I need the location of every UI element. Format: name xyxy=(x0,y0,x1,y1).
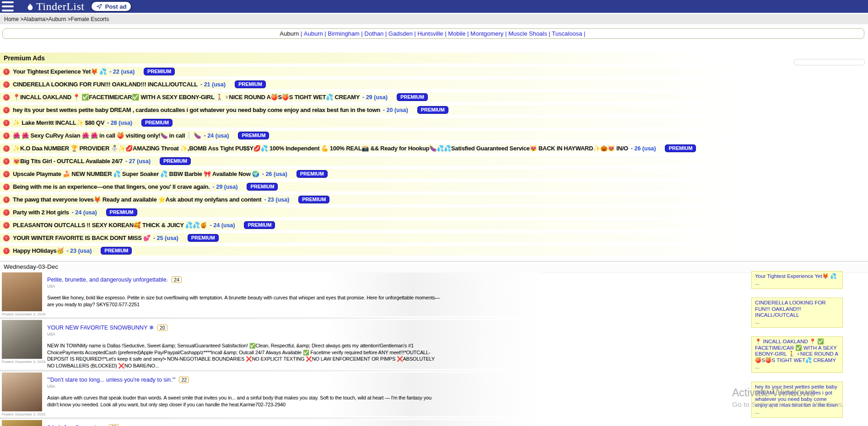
listing-row: Posted: December 3, 2025 YOUR NEW FAVORI… xyxy=(0,320,542,369)
listing-posted-date: Posted: December 3, 2025 xyxy=(2,312,43,316)
premium-ad-title[interactable]: Happy HOlidays🥳 xyxy=(13,247,64,254)
breadcrumb-state[interactable]: Alabama xyxy=(23,16,45,22)
premium-ad-row: ↑ Happy HOlidays🥳 - 23 (usa) PREMIUM xyxy=(0,246,744,256)
up-arrow-icon: ↑ xyxy=(3,94,10,101)
city-separator: | xyxy=(413,30,418,37)
premium-ad-title[interactable]: ✨ Lake Merritt INCALL✨ $80 QV xyxy=(13,119,104,126)
sidebar-ad-box: 📍 INCALL OAKLAND 📍 ✅ FACETIME/CAR ✅ WITH… xyxy=(751,336,843,373)
premium-ad-title[interactable]: ✨K.O Daa NUMBER 🏆 PROVIDER ⛄✨💋AMAZING Th… xyxy=(13,145,628,152)
listing-left-column xyxy=(2,420,43,426)
premium-ads-heading: Premium Ads xyxy=(0,53,744,64)
listing-thumbnail[interactable] xyxy=(2,272,42,311)
premium-ad-title[interactable]: YOUR WINTER FAVORITE IS BACK DONT MISS 💕 xyxy=(13,234,151,241)
premium-ad-age: - 23 (usa) xyxy=(66,248,92,254)
city-nav-item: Dothan | xyxy=(364,30,388,37)
city-link[interactable]: Montgomery xyxy=(470,30,503,37)
paper-plane-icon xyxy=(96,3,102,10)
brand-name: TinderList xyxy=(36,1,84,11)
up-arrow-icon: ↑ xyxy=(3,248,10,254)
premium-ad-age: - 24 (usa) xyxy=(204,133,229,139)
sidebar-ad-link[interactable]: 📍 INCALL OAKLAND 📍 ✅ FACETIME/CAR ✅ WITH… xyxy=(755,339,839,363)
city-separator: | xyxy=(360,30,365,37)
city-link[interactable]: Muscle Shoals xyxy=(508,30,547,37)
listing-description: Asian allure with curves that speak loud… xyxy=(47,394,441,408)
premium-badge: PREMIUM xyxy=(298,196,329,203)
up-arrow-icon: ↑ xyxy=(3,107,10,113)
premium-ad-title[interactable]: Being with me is an experience—one that … xyxy=(13,183,210,190)
city-link[interactable]: Huntsville xyxy=(417,30,443,37)
premium-ad-age: - 21 (usa) xyxy=(200,81,226,88)
premium-ad-row: ↑ ✨ Lake Merritt INCALL✨ $80 QV - 28 (us… xyxy=(0,118,744,128)
city-nav-item: Gadsden | xyxy=(388,30,417,37)
sidebar-ad-ellipsis: ... xyxy=(755,409,839,415)
city-link[interactable]: Birmingham xyxy=(328,30,359,37)
breadcrumb-home[interactable]: Home xyxy=(4,16,19,22)
listings-feed: Posted: December 3, 2025 Petite, brunett… xyxy=(0,272,542,426)
sidebar-ad-box: hey its your best wettes petite baby DRE… xyxy=(751,382,843,418)
premium-ad-title[interactable]: hey its your best wettes petite baby DRE… xyxy=(13,106,380,113)
up-arrow-icon: ↑ xyxy=(3,81,10,88)
up-arrow-icon: ↑ xyxy=(3,235,10,241)
menu-icon[interactable] xyxy=(2,1,15,11)
listing-title-link[interactable]: "'Don't stare too long... unless you're … xyxy=(47,377,175,383)
premium-ad-title[interactable]: PLEASANTON OUTCALLS !! SEXY KOREAN🥰 THIC… xyxy=(13,222,207,229)
city-link[interactable]: Gadsden xyxy=(388,30,413,37)
breadcrumb-separator: > xyxy=(66,16,70,22)
menu-bar xyxy=(2,10,14,11)
sidebar-ad-link[interactable]: Your Tightest Experience Yet🦊 💦 xyxy=(755,273,839,280)
premium-ad-row: ↑ Upscale Playmate 🍰 NEW NUMBER 💦 Super … xyxy=(0,169,744,179)
city-separator: | xyxy=(582,30,587,37)
sidebar-ad-link[interactable]: hey its your best wettes petite baby DRE… xyxy=(755,384,839,409)
premium-ad-title[interactable]: CINDERELLA LOOKING FOR FUN!!! OAKLAND!!!… xyxy=(13,81,198,88)
listing-title-link[interactable]: A lady for all occasions xyxy=(47,424,105,426)
breadcrumb-category[interactable]: Female Escorts xyxy=(71,16,109,22)
city-nav-item: Auburn | xyxy=(304,30,328,37)
listing-age-badge: 24 xyxy=(172,277,182,283)
premium-ad-title[interactable]: 📍INCALL OAKLAND 📍 ✅FACETIME/CAR✅ WITH A … xyxy=(13,94,360,101)
listing-body: Petite, brunette, and dangerously unforg… xyxy=(47,272,441,316)
brand-logo[interactable]: TinderList xyxy=(26,1,84,11)
menu-bar xyxy=(2,1,14,3)
city-link[interactable]: Auburn xyxy=(280,30,299,37)
listing-country: USA xyxy=(47,332,441,336)
premium-ad-age: - 23 (usa) xyxy=(264,197,289,203)
listing-separator xyxy=(0,370,542,372)
breadcrumb-city[interactable]: Auburn xyxy=(49,16,66,22)
premium-ad-title[interactable]: Upscale Playmate 🍰 NEW NUMBER 💦 Super So… xyxy=(13,170,259,177)
premium-ad-title[interactable]: The pawg that everyone loves🦊 Ready and … xyxy=(13,196,261,203)
listing-body: A lady for all occasions 38 USA xyxy=(47,420,119,426)
premium-sidebar: Your Tightest Experience Yet🦊 💦 ... CIND… xyxy=(751,271,843,426)
city-link[interactable]: Dothan xyxy=(364,30,383,37)
listing-posted-date: Posted: December 3, 2025 xyxy=(2,360,43,364)
premium-badge: PREMIUM xyxy=(101,247,132,255)
breadcrumb-separator: > xyxy=(19,16,23,22)
premium-ad-age: - 25 (usa) xyxy=(153,235,178,241)
listing-title-link[interactable]: Petite, brunette, and dangerously unforg… xyxy=(47,277,168,283)
city-link[interactable]: Tuscaloosa xyxy=(552,30,582,37)
city-separator: | xyxy=(547,30,552,37)
premium-badge: PREMIUM xyxy=(244,221,275,229)
listing-thumbnail[interactable] xyxy=(2,420,42,426)
sidebar-ad-box: CINDERELLA LOOKING FOR FUN!!! OAKLAND!!!… xyxy=(751,298,843,328)
city-link[interactable]: Auburn xyxy=(304,30,323,37)
city-separator: | xyxy=(465,30,470,37)
post-ad-button[interactable]: Post ad xyxy=(91,1,132,12)
sidebar-ad-link[interactable]: CINDERELLA LOOKING FOR FUN!!! OAKLAND!!!… xyxy=(755,300,839,319)
empty-ad-placeholder xyxy=(794,59,865,65)
city-link[interactable]: Mobile xyxy=(448,30,465,37)
city-separator: | xyxy=(383,30,388,37)
city-nav-item: Muscle Shoals | xyxy=(508,30,552,37)
listing-thumbnail[interactable] xyxy=(2,373,42,411)
listing-description: NEW IN TOWNMy name is Dallas !Seductive,… xyxy=(47,342,441,369)
premium-ad-title[interactable]: Party with 2 Hot girls xyxy=(13,209,69,216)
premium-ad-age: - 24 (usa) xyxy=(210,222,235,229)
up-arrow-icon: ↑ xyxy=(3,133,10,139)
premium-ad-title[interactable]: Your Tightest Experience Yet🦊 💦 xyxy=(13,68,107,75)
premium-badge: PREMIUM xyxy=(238,132,269,139)
listing-thumbnail[interactable] xyxy=(2,320,42,359)
sidebar-ad-ellipsis: ... xyxy=(755,319,839,325)
premium-ad-title[interactable]: 🌺 🌺 Sexy CuRvy Asian 🌺 🌺 in call 🍑 visit… xyxy=(13,132,201,139)
premium-ad-title[interactable]: 😻Big Tits Girl - OUTCALL Available 24/7 xyxy=(13,158,123,165)
premium-ad-row: ↑ The pawg that everyone loves🦊 Ready an… xyxy=(0,195,744,204)
listing-title-link[interactable]: YOUR NEW FAVORITE SNOWBUNNY ❄ xyxy=(47,324,154,331)
